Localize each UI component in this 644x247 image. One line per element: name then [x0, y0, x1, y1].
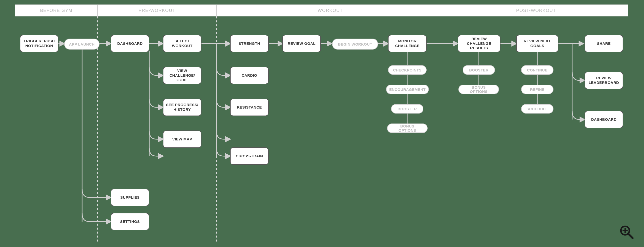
pill-label: BOOSTER: [469, 68, 488, 72]
pill-label: BONUS OPTIONS: [391, 124, 424, 132]
node-label: REVIEW GOAL: [288, 41, 316, 46]
flowchart-stage: BEFORE GYM PRE-WORKOUT WORKOUT POST-WORK…: [0, 0, 644, 247]
pill-label: ENCOURAGEMENT: [389, 87, 426, 92]
pill-booster: BOOSTER: [391, 104, 423, 114]
node-strength: STRENGTH: [230, 35, 269, 52]
node-label: VIEW MAP: [172, 137, 192, 142]
node-label: TRIGGER: PUSH NOTIFICATION: [23, 39, 56, 48]
node-label: STRENGTH: [238, 41, 260, 46]
node-cardio: CARDIO: [230, 67, 269, 84]
node-label: CARDIO: [242, 73, 257, 78]
phase-label: PRE-WORKOUT: [138, 8, 175, 13]
node-view-challenge: VIEW CHALLENGE/GOAL: [163, 67, 202, 84]
node-dashboard: DASHBOARD: [111, 35, 149, 52]
node-label: CROSS-TRAIN: [236, 154, 263, 159]
svg-line-29: [628, 233, 632, 238]
node-label: SETTINGS: [120, 219, 140, 224]
node-label: SHARE: [597, 41, 611, 46]
node-label: DASHBOARD: [118, 41, 143, 46]
node-settings: SETTINGS: [111, 213, 149, 230]
node-review-next-goals: REVIEW NEXT GOALS: [516, 35, 558, 52]
pill-begin-workout: BEGIN WORKOUT: [332, 39, 378, 50]
pill-refine: REFINE: [521, 85, 554, 94]
node-supplies: SUPPLIES: [111, 189, 149, 206]
pill-label: SCHEDULE: [526, 107, 548, 111]
pill-continue: CONTINUE: [521, 65, 554, 75]
pill-label: REFINE: [530, 87, 544, 92]
node-review-results: REVIEW CHALLENGE RESULTS: [458, 35, 500, 52]
pill-bonus-options2: BONUS OPTIONS: [458, 85, 499, 94]
pill-app-launch: APP LAUNCH: [64, 39, 100, 50]
pill-label: BOOSTER: [398, 107, 417, 111]
node-dashboard2: DASHBOARD: [584, 111, 623, 128]
node-see-progress: SEE PROGRESS/HISTORY: [163, 99, 202, 116]
phase-workout: WORKOUT: [216, 5, 444, 17]
phase-pre-workout: PRE-WORKOUT: [98, 5, 216, 17]
node-label: SUPPLIES: [120, 195, 140, 200]
node-trigger: TRIGGER: PUSH NOTIFICATION: [20, 35, 58, 52]
node-review-goal: REVIEW GOAL: [282, 35, 321, 52]
phase-label: WORKOUT: [318, 8, 343, 13]
node-label: DASHBOARD: [591, 117, 617, 122]
node-label: SEE PROGRESS/HISTORY: [166, 103, 198, 112]
pill-bonus-options: BONUS OPTIONS: [387, 124, 428, 133]
phase-label: BEFORE GYM: [40, 8, 72, 13]
pill-label: CONTINUE: [527, 68, 548, 72]
pill-schedule: SCHEDULE: [521, 104, 554, 114]
pill-label: APP LAUNCH: [69, 42, 94, 46]
zoom-in-icon[interactable]: [619, 224, 634, 239]
phase-before-gym: BEFORE GYM: [15, 5, 98, 17]
phase-post-workout: POST-WORKOUT: [444, 5, 628, 17]
node-label: REVIEW CHALLENGE RESULTS: [461, 37, 498, 51]
node-label: REVIEW NEXT GOALS: [519, 39, 556, 48]
pill-label: CHECKPOINTS: [393, 68, 422, 72]
node-cross-train: CROSS-TRAIN: [230, 147, 269, 165]
node-label: MONITOR CHALLENGE: [391, 39, 424, 48]
pill-checkpoints: CHECKPOINTS: [388, 65, 426, 75]
pill-label: BONUS OPTIONS: [462, 85, 495, 94]
node-label: VIEW CHALLENGE/GOAL: [166, 69, 198, 82]
node-label: REVIEW LEADERBOARD: [588, 76, 620, 85]
node-select-workout: SELECT WORKOUT: [163, 35, 202, 52]
node-monitor-challenge: MONITOR CHALLENGE: [388, 35, 426, 52]
node-label: SELECT WORKOUT: [166, 39, 198, 48]
pill-booster2: BOOSTER: [463, 65, 495, 75]
phase-label: POST-WORKOUT: [516, 8, 556, 13]
node-resistance: RESISTANCE: [230, 99, 269, 116]
pill-encouragement: ENCOURAGEMENT: [386, 85, 429, 94]
node-view-map: VIEW MAP: [163, 130, 202, 148]
node-label: RESISTANCE: [237, 105, 262, 110]
pill-label: BEGIN WORKOUT: [338, 42, 372, 46]
node-share: SHARE: [584, 35, 623, 52]
node-review-leaderboard: REVIEW LEADERBOARD: [584, 72, 623, 89]
